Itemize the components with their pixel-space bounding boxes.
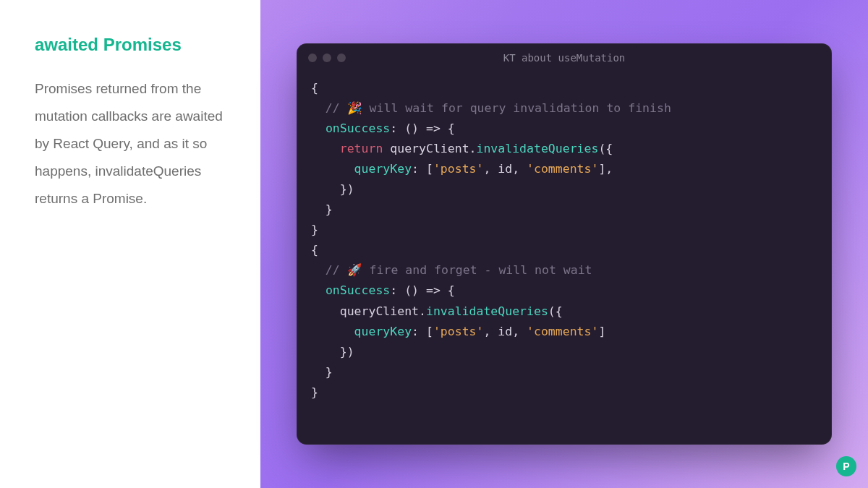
code-block: { // 🎉 will wait for query invalidation … [297,72,832,445]
code-key: queryKey [354,325,412,338]
code-key: onSuccess [326,121,390,135]
heading: awaited Promises [35,35,231,55]
code-method: invalidateQueries [426,304,548,318]
brand-logo-icon: P [836,456,856,476]
description-paragraph: Promises returned from the mutation call… [35,75,231,213]
editor-titlebar: KT about useMutation [297,43,832,72]
code-key: onSuccess [326,283,390,297]
code-string: 'comments' [527,325,598,338]
code-line: { [311,243,318,257]
rocket-emoji-icon: 🚀 [347,263,362,277]
code-string: 'posts' [433,325,484,338]
illustration-panel: KT about useMutation { // 🎉 will wait fo… [260,0,868,488]
code-line: } [311,202,333,216]
window-controls [308,53,346,62]
code-line: { [311,81,318,95]
code-comment: // 🚀 fire and forget - will not wait [311,263,592,277]
editor-title: KT about useMutation [297,52,832,64]
code-string: 'posts' [433,162,484,176]
window-dot-icon [308,53,317,62]
code-line: } [311,385,318,399]
text-panel: awaited Promises Promises returned from … [0,0,260,488]
code-editor-window: KT about useMutation { // 🎉 will wait fo… [297,43,832,445]
code-keyword: return [340,142,383,155]
code-line: }) [311,345,354,359]
code-line: } [311,365,333,379]
code-line: }) [311,182,354,196]
code-string: 'comments' [527,162,598,176]
window-dot-icon [337,53,346,62]
code-method: invalidateQueries [477,142,599,155]
window-dot-icon [323,53,331,62]
code-comment: // 🎉 will wait for query invalidation to… [311,101,671,115]
code-line: } [311,223,318,236]
code-key: queryKey [354,162,412,176]
party-emoji-icon: 🎉 [347,101,362,115]
